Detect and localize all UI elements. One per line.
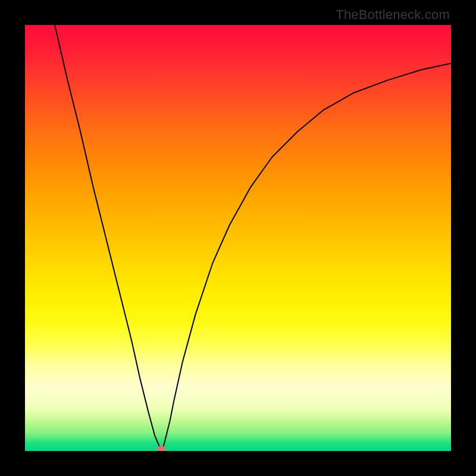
- chart-frame: [0, 0, 25, 476]
- watermark-text: TheBottleneck.com: [336, 7, 450, 23]
- chart-frame: [451, 0, 476, 476]
- chart-frame: [0, 451, 476, 476]
- optimal-point-marker: [157, 446, 165, 451]
- chart-plot-area: [25, 25, 451, 451]
- chart-curve: [25, 25, 451, 451]
